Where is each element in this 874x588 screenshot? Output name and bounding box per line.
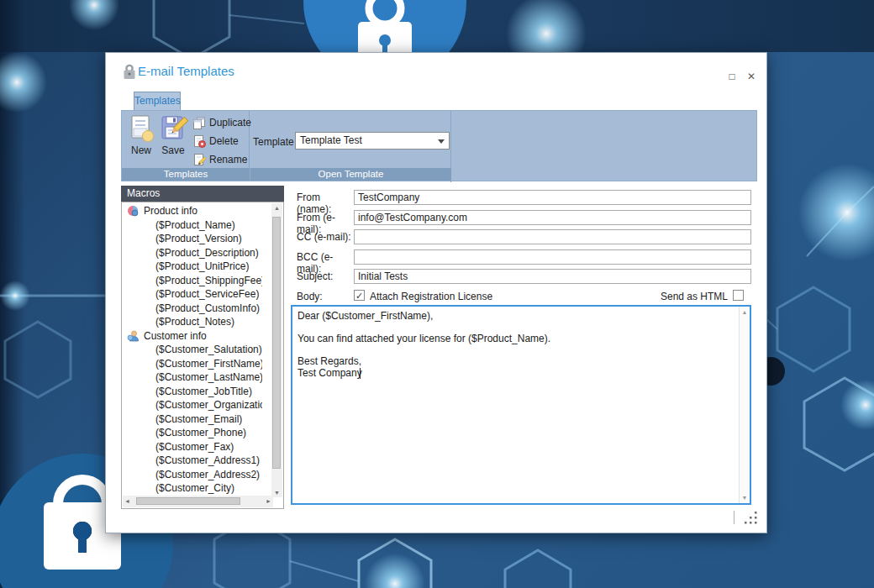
tree-horizontal-scrollbar[interactable]: ◄ ► [123, 496, 273, 507]
scroll-right-icon[interactable]: ► [266, 498, 271, 504]
subject-label: Subject: [297, 270, 352, 282]
tree-vertical-scrollbar[interactable]: ▲ ▼ [271, 203, 282, 497]
from-name-input[interactable] [354, 190, 751, 205]
send-as-html-checkbox[interactable] [733, 290, 744, 301]
tree-item-label: ($Customer_Organization) [155, 399, 262, 411]
scroll-up-icon[interactable]: ▲ [740, 309, 750, 315]
group-caption-templates: Templates [122, 168, 250, 181]
tree-group-label: Product info [144, 205, 197, 217]
tree-vscroll-thumb[interactable] [272, 217, 281, 469]
customer-info-icon [127, 330, 139, 342]
email-templates-window: E-mail Templates □ ✕ Templates New [105, 52, 767, 533]
tree-item[interactable]: ($Customer_Phone) [123, 426, 262, 440]
tree-item[interactable]: ($Customer_LastName) [123, 370, 262, 385]
tree-item-label: ($Product_CustomInfo) [155, 302, 260, 314]
app-lock-icon [123, 64, 136, 80]
maximize-button[interactable]: □ [724, 70, 740, 83]
macros-tree: Product info ($Product_Name) ($Product_V… [121, 202, 284, 509]
rename-icon [192, 153, 206, 166]
tree-item-label: ($Product_Notes) [155, 316, 234, 328]
tree-item-label: ($Product_ShippingFee) [155, 275, 262, 286]
tree-item[interactable]: ($Customer_JobTitle) [123, 385, 262, 399]
new-document-icon [125, 114, 157, 143]
save-button[interactable]: Save [157, 114, 189, 166]
tree-item-label: ($Customer_Address1) [155, 454, 260, 466]
save-floppy-icon [157, 114, 189, 143]
from-email-input[interactable] [354, 210, 751, 225]
scroll-down-icon[interactable]: ▼ [740, 495, 750, 501]
product-info-icon [127, 205, 139, 217]
close-button[interactable]: ✕ [744, 70, 759, 83]
tree-item[interactable]: ($Customer_Organization) [123, 398, 262, 412]
body-editor[interactable]: Dear ($Customer_FirstName), You can find… [297, 311, 730, 379]
window-title: E-mail Templates [138, 64, 234, 78]
tree-item[interactable]: ($Product_Version) [123, 232, 262, 246]
tree-item[interactable]: ($Product_Notes) [123, 315, 262, 329]
attach-license-checkbox[interactable]: ✓ [354, 290, 365, 301]
tree-item[interactable]: ($Customer_City) [123, 481, 262, 496]
tree-item-label: ($Customer_LastName) [155, 371, 262, 383]
tree-item-label: ($Customer_JobTitle) [155, 386, 252, 397]
tree-item-label: ($Product_UnitPrice) [155, 260, 249, 272]
tree-item[interactable]: ($Customer_Address2) [123, 468, 262, 482]
duplicate-icon [192, 116, 206, 129]
tree-item[interactable]: ($Customer_Fax) [123, 440, 262, 454]
rename-button[interactable]: Rename [192, 152, 247, 167]
tree-item[interactable]: ($Customer_FirstName) [123, 357, 262, 371]
tree-group-product-info[interactable]: Product info [123, 204, 262, 218]
scroll-up-icon[interactable]: ▲ [271, 205, 282, 211]
new-button[interactable]: New [125, 114, 157, 166]
tree-item-label: ($Customer_Salutation) [155, 344, 262, 355]
cc-email-input[interactable] [354, 229, 751, 244]
tree-hscroll-thumb[interactable] [136, 497, 240, 505]
tab-templates[interactable]: Templates [134, 92, 181, 110]
tree-item-label: ($Customer_Fax) [155, 441, 234, 453]
template-field-label: Template [253, 136, 292, 148]
tree-group-label: Customer info [144, 330, 207, 342]
scroll-down-icon[interactable]: ▼ [271, 490, 282, 496]
save-button-label: Save [157, 144, 189, 156]
duplicate-button-label: Duplicate [209, 117, 251, 129]
tree-item-label: ($Customer_Email) [155, 413, 242, 425]
tree-item[interactable]: ($Product_UnitPrice) [123, 260, 262, 274]
subject-input[interactable] [354, 269, 751, 284]
bcc-email-input[interactable] [354, 249, 751, 265]
chevron-down-icon [438, 139, 445, 144]
attach-license-label: Attach Registration License [370, 291, 492, 302]
tree-item-label: ($Customer_Phone) [155, 427, 246, 438]
duplicate-button[interactable]: Duplicate [192, 115, 251, 130]
body-label: Body: [297, 291, 352, 302]
ribbon: New Save [121, 110, 757, 181]
template-combobox-value: Template Test [300, 134, 362, 146]
tree-item[interactable]: ($Product_ServiceFee) [123, 287, 262, 302]
tree-item[interactable]: ($Customer_Email) [123, 412, 262, 427]
cc-email-label: CC (e-mail): [297, 231, 352, 243]
tree-item[interactable]: ($Customer_Salutation) [123, 343, 262, 357]
ribbon-caption-strip: Templates Open Template [122, 168, 451, 181]
delete-button[interactable]: Delete [192, 134, 239, 149]
tree-item-label: ($Product_Name) [155, 219, 235, 231]
scroll-left-icon[interactable]: ◄ [124, 498, 130, 504]
tree-item[interactable]: ($Product_ShippingFee) [123, 274, 262, 288]
editor-vertical-scrollbar[interactable]: ▲ ▼ [739, 307, 750, 503]
new-button-label: New [125, 144, 157, 156]
tree-item[interactable]: ($Product_Name) [123, 218, 262, 233]
desktop-background: E-mail Templates □ ✕ Templates New [0, 0, 874, 588]
tree-item-label: ($Customer_Address2) [155, 469, 260, 480]
tree-item[interactable]: ($Product_Description) [123, 246, 262, 260]
checkbox-check-icon: ✓ [355, 291, 363, 301]
macros-tree-rows: Product info ($Product_Name) ($Product_V… [123, 204, 262, 497]
tree-item-label: ($Product_Version) [155, 233, 242, 244]
status-separator [734, 511, 734, 524]
tree-item-label: ($Product_ServiceFee) [155, 288, 259, 300]
tree-item[interactable]: ($Product_CustomInfo) [123, 302, 262, 316]
title-bar[interactable]: E-mail Templates □ ✕ [106, 53, 766, 92]
macros-panel-header: Macros [121, 186, 284, 202]
text-caret [360, 368, 361, 379]
send-as-html-label: Send as HTML [650, 291, 728, 302]
tree-item[interactable]: ($Customer_Address1) [123, 454, 262, 468]
template-combobox[interactable]: Template Test [295, 132, 450, 150]
tree-group-customer-info[interactable]: Customer info [123, 329, 262, 344]
resize-grip[interactable] [743, 510, 758, 525]
group-caption-open-template: Open Template [250, 168, 451, 181]
